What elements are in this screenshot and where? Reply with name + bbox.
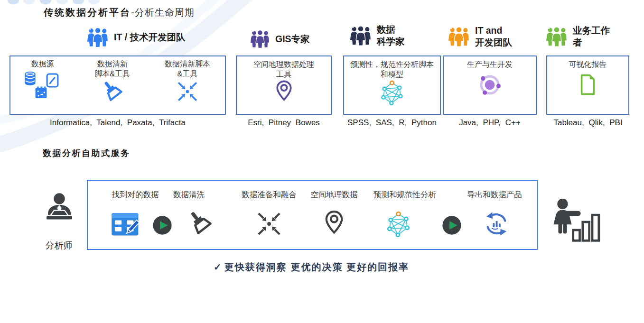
team-it-tech: IT / 技术开发团队: [87, 27, 186, 47]
team-label: 数据: [377, 24, 405, 36]
box-label: 可视化报告: [569, 60, 607, 70]
box-visual-reports: 可视化报告: [546, 55, 629, 115]
item-cleaning-tools: 数据清新 脚本&工具: [75, 56, 150, 114]
step-label-prep-blend: 数据准备和融合: [242, 190, 297, 200]
play-icon: [152, 215, 172, 235]
team-data-scientist: 数据 科学家: [350, 24, 405, 47]
box-production-dev: 生产与生开发: [443, 55, 537, 115]
person-barchart-icon: [551, 198, 601, 245]
document-edit-icon: [46, 73, 59, 88]
team-people-icon: [448, 26, 470, 47]
box-label: 生产与生开发: [467, 60, 513, 70]
check-icon: ✓: [214, 262, 223, 272]
item-cleaning-scripts: 数据清新脚本 &工具: [150, 56, 225, 114]
team-label: 业务工作: [573, 25, 610, 37]
team-it-dev: IT and 开发团队: [448, 25, 512, 48]
box-label: 空间地理数据处理工具: [252, 60, 315, 80]
tools-list: Tableau, Qlik, PBI: [545, 118, 631, 128]
tools-list: Informatica, Talend, Paxata, Trifacta: [9, 118, 226, 128]
slide: 传统数据分析平台-分析生命周期 IT / 技术开发团队 GIS专家 数据 科学家: [0, 0, 644, 323]
merge-arrows-icon: [256, 211, 282, 237]
page-title-rest: -分析生命周期: [131, 7, 195, 18]
item-data-source: 数据源: [10, 56, 75, 114]
selfservice-box: 找到对的数据 数据清洗 数据准备和融合 空间地理数据 预测和规范性分析 导出和数…: [87, 180, 538, 250]
merge-arrows-icon: [177, 81, 198, 102]
data-table-icon: [111, 212, 140, 238]
page-title: 传统数据分析平台-分析生命周期: [44, 6, 195, 19]
team-people-icon: [250, 29, 270, 48]
team-people-icon: [350, 25, 372, 46]
tools-list: SPSS, SAS, R, Python: [343, 118, 441, 128]
step-label-predictive: 预测和规范性分析: [373, 190, 436, 200]
analyst-label: 分析师: [28, 240, 90, 252]
step-label-geo-data: 空间地理数据: [311, 190, 358, 200]
step-label-cleaning: 数据清洗: [173, 190, 205, 200]
network-graph-icon: [380, 80, 404, 105]
step-label-export: 导出和数据产品: [467, 190, 522, 200]
benefit-statement: ✓更快获得洞察 更优的决策 更好的回报率: [214, 261, 409, 274]
tools-list: Java, PHP, C++: [443, 118, 537, 128]
network-graph-icon: [386, 211, 411, 237]
analyst-laptop-icon: [40, 193, 79, 227]
export-cycle-icon: [483, 210, 510, 238]
team-label: IT / 技术开发团队: [114, 31, 186, 43]
team-people-icon: [87, 27, 109, 47]
location-pin-icon: [276, 80, 292, 101]
team-people-icon: [546, 26, 568, 47]
tools-list: Esri, Pitney Bowes: [236, 118, 332, 128]
team-gis-expert: GIS专家: [250, 29, 310, 48]
step-label-find-data: 找到对的数据: [112, 190, 159, 200]
selfservice-title: 数据分析自助式服务: [43, 148, 131, 159]
box-it-tech-tools: 数据源 数据清新 脚本&工具: [9, 55, 226, 115]
database-icon: [24, 71, 36, 86]
atom-icon: [478, 73, 502, 97]
location-pin-icon: [325, 210, 344, 234]
team-label: IT and: [475, 25, 512, 37]
chip-icon: [35, 86, 47, 99]
box-data-science-tools: 预测性，规范性分析脚本和模型: [343, 55, 441, 115]
page-title-bold: 传统数据分析平台: [44, 7, 131, 18]
brush-icon: [100, 79, 125, 104]
play-icon: [442, 215, 462, 235]
team-label: GIS专家: [275, 33, 310, 45]
box-label: 预测性，规范性分析脚本和模型: [350, 60, 434, 80]
report-document-icon: [579, 74, 597, 95]
brush-icon: [186, 209, 215, 238]
team-business-worker: 业务工作 者: [546, 25, 610, 48]
box-gis-tools: 空间地理数据处理工具: [236, 55, 332, 115]
